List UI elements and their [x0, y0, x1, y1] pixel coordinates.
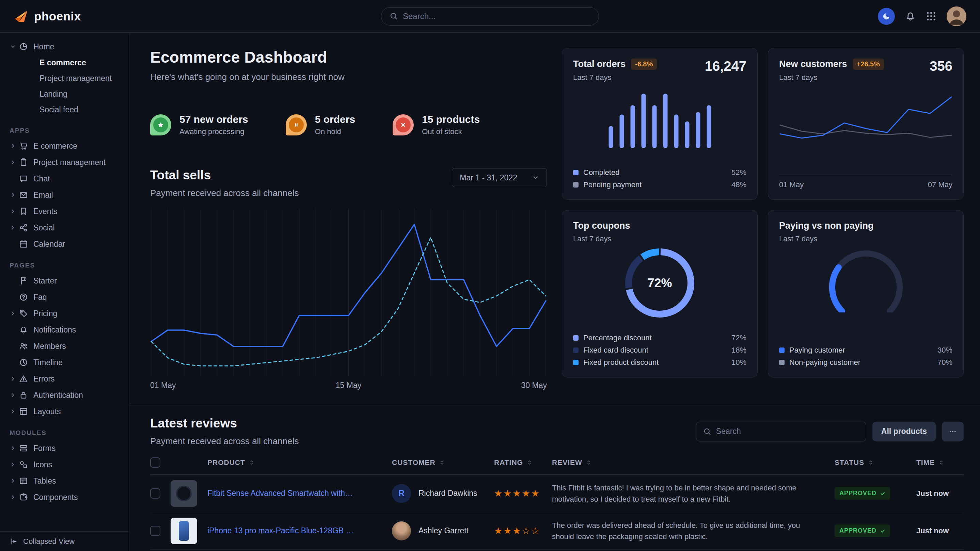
- sidebar-item-label: Layouts: [33, 407, 61, 416]
- sidebar-item-label: Starter: [33, 276, 57, 286]
- sidebar-item-authentication[interactable]: Authentication: [0, 387, 129, 403]
- sidebar-item-forms[interactable]: Forms: [0, 440, 129, 456]
- sort-icon[interactable]: [868, 459, 874, 465]
- sidebar-item-social[interactable]: Social: [0, 219, 129, 236]
- sidebar-item-label: Landing: [40, 89, 67, 99]
- column-header-customer[interactable]: CUSTOMER: [392, 459, 436, 467]
- x-axis-label: 01 May: [779, 180, 803, 189]
- row-checkbox[interactable]: [150, 488, 161, 499]
- stat-caption: Out of stock: [422, 127, 480, 136]
- sidebar-item-email[interactable]: Email: [0, 187, 129, 203]
- share-icon: [19, 223, 28, 232]
- apps-grid-button[interactable]: [926, 11, 936, 21]
- card-title: Paying vs non paying: [779, 221, 874, 231]
- card-period: Last 7 days: [573, 73, 657, 82]
- caret-spacer: [10, 326, 16, 333]
- table-row[interactable]: [150, 549, 964, 551]
- all-products-filter-button[interactable]: All products: [872, 422, 936, 441]
- table-row[interactable]: iPhone 13 pro max-Pacific Blue-128GB sto…: [150, 512, 964, 549]
- collapsed-view-toggle[interactable]: Collapsed View: [0, 531, 129, 551]
- sidebar-item-social-feed[interactable]: Social feed: [0, 102, 129, 118]
- column-header-review[interactable]: REVIEW: [552, 459, 582, 467]
- sidebar-item-pricing[interactable]: Pricing: [0, 305, 129, 322]
- sidebar-item-project-management[interactable]: Project management: [0, 154, 129, 170]
- global-search-input[interactable]: [403, 11, 590, 21]
- review-text: [552, 549, 835, 551]
- sidebar-item-notifications[interactable]: Notifications: [0, 322, 129, 338]
- sort-icon[interactable]: [527, 459, 533, 465]
- collapsed-view-label: Collapsed View: [23, 537, 75, 546]
- column-header-time[interactable]: TIME: [916, 459, 935, 467]
- reviews-search-input[interactable]: [716, 427, 859, 436]
- stat-new-orders: 57 new orders Awating processing: [150, 114, 248, 136]
- search-icon: [703, 427, 711, 436]
- status-badge: APPROVED: [835, 487, 890, 500]
- sidebar-item-timeline[interactable]: Timeline: [0, 354, 129, 371]
- more-options-button[interactable]: [942, 422, 964, 441]
- clock-icon: [19, 358, 28, 367]
- sidebar-item-label: Faq: [33, 293, 47, 302]
- card-title: New customers: [779, 59, 847, 70]
- sidebar-item-ecommerce[interactable]: E commerce: [0, 138, 129, 154]
- user-avatar[interactable]: [947, 6, 966, 26]
- app-window: phoenix: [0, 0, 980, 551]
- tag-icon: [19, 309, 28, 318]
- sidebar-item-home[interactable]: Home: [0, 38, 129, 55]
- sidebar-item-members[interactable]: Members: [0, 338, 129, 354]
- sidebar-item-tables[interactable]: Tables: [0, 473, 129, 489]
- legend-swatch: [573, 182, 579, 187]
- sort-icon[interactable]: [439, 459, 445, 465]
- sidebar-item-icons[interactable]: Icons: [0, 456, 129, 473]
- check-icon: [880, 491, 885, 496]
- sidebar-item-events[interactable]: Events: [0, 203, 129, 219]
- reviews-table: PRODUCT CUSTOMER RATING REVIEW STATUS TI…: [150, 457, 964, 551]
- legend-swatch: [779, 348, 784, 353]
- product-link[interactable]: Fitbit Sense Advanced Smartwatch with To…: [207, 489, 354, 498]
- legend-row: Pending payment 48%: [573, 180, 746, 189]
- total-orders-bar-chart: [605, 87, 714, 148]
- date-range-select[interactable]: Mar 1 - 31, 2022: [452, 168, 547, 187]
- sidebar-item-label: Events: [33, 207, 57, 216]
- sidebar-item-chat[interactable]: Chat: [0, 170, 129, 187]
- sort-icon[interactable]: [248, 459, 255, 465]
- caret-down-icon: [10, 43, 16, 50]
- sidebar-item-calendar[interactable]: Calendar: [0, 236, 129, 252]
- sidebar-item-starter[interactable]: Starter: [0, 273, 129, 289]
- sort-icon[interactable]: [586, 459, 592, 465]
- sidebar-item-faq[interactable]: Faq: [0, 289, 129, 305]
- top-navbar: phoenix: [0, 0, 980, 33]
- calendar-icon: [19, 240, 28, 248]
- sidebar-item-landing[interactable]: Landing: [0, 86, 129, 102]
- sort-icon[interactable]: [938, 459, 944, 465]
- notifications-button[interactable]: [905, 11, 916, 21]
- column-header-status[interactable]: STATUS: [835, 459, 864, 467]
- row-checkbox[interactable]: [150, 526, 161, 536]
- sidebar-item-components[interactable]: Components: [0, 489, 129, 505]
- caret-spacer: [10, 241, 16, 248]
- sidebar-item-layouts[interactable]: Layouts: [0, 403, 129, 420]
- table-icon: [19, 476, 28, 485]
- new-customers-card: New customers +26.5% Last 7 days 356 01 …: [768, 48, 964, 200]
- product-link[interactable]: iPhone 13 pro max-Pacific Blue-128GB sto…: [207, 526, 354, 535]
- new-customers-value: 356: [930, 59, 952, 74]
- x-axis-label: 07 May: [928, 180, 952, 189]
- column-header-product[interactable]: PRODUCT: [207, 459, 245, 467]
- brand[interactable]: phoenix: [14, 8, 81, 24]
- sidebar-item-project-management-dashboard[interactable]: Project management: [0, 70, 129, 86]
- select-all-checkbox[interactable]: [150, 457, 161, 468]
- legend-row: Completed 52%: [573, 168, 746, 177]
- column-header-rating[interactable]: RATING: [494, 459, 523, 467]
- brand-name: phoenix: [34, 10, 81, 23]
- sidebar-item-ecommerce-dashboard[interactable]: E commerce: [0, 55, 129, 70]
- sidebar: Home E commerce Project management Landi…: [0, 33, 129, 551]
- legend-row: Fixed product discount 10%: [573, 358, 746, 367]
- caret-right-icon: [10, 461, 16, 468]
- theme-toggle-button[interactable]: [878, 8, 895, 25]
- caret-spacer: [10, 294, 16, 300]
- sidebar-item-errors[interactable]: Errors: [0, 371, 129, 387]
- new-customers-line-chart: [779, 92, 952, 165]
- sidebar-item-label: Members: [33, 342, 66, 351]
- table-row[interactable]: Fitbit Sense Advanced Smartwatch with To…: [150, 475, 964, 512]
- caret-right-icon: [10, 310, 16, 317]
- caret-right-icon: [10, 208, 16, 215]
